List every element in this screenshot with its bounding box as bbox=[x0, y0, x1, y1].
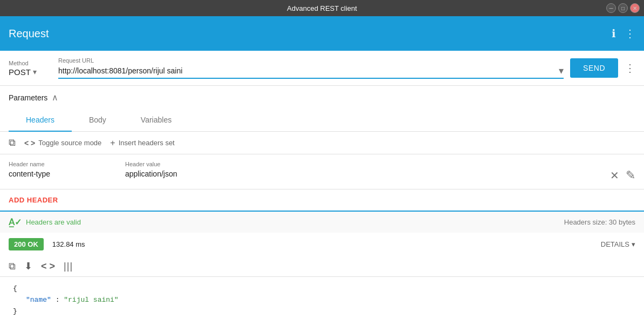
insert-headers-label: Insert headers set bbox=[119, 139, 175, 147]
info-icon[interactable]: ℹ bbox=[612, 27, 616, 40]
tabs: Headers Body Variables bbox=[0, 109, 644, 132]
response-copy-icon[interactable]: ⧉ bbox=[9, 261, 16, 272]
plus-icon: + bbox=[110, 138, 115, 148]
close-button[interactable]: ✕ bbox=[630, 3, 640, 13]
copy-icon[interactable]: ⧉ bbox=[9, 137, 16, 148]
url-bar: Method POST ▾ Request URL ▾ SEND ⋮ bbox=[0, 51, 644, 86]
url-input[interactable] bbox=[58, 66, 559, 75]
minimize-button[interactable]: ─ bbox=[606, 3, 616, 13]
toggle-source-label: Toggle source mode bbox=[38, 139, 101, 147]
insert-headers-button[interactable]: + Insert headers set bbox=[110, 138, 174, 148]
json-line-3: } bbox=[13, 306, 631, 317]
header-value-label: Header value bbox=[125, 161, 601, 167]
parameters-label: Parameters bbox=[9, 93, 47, 102]
headers-toolbar: ⧉ < > Toggle source mode + Insert header… bbox=[0, 132, 644, 154]
method-chevron-icon: ▾ bbox=[33, 67, 37, 76]
response-toolbar: ⧉ ⬇ < > ||| bbox=[0, 256, 644, 277]
method-label: Method bbox=[9, 60, 52, 66]
tab-body[interactable]: Body bbox=[72, 109, 124, 132]
method-group: Method POST ▾ bbox=[9, 60, 52, 77]
json-output: { "name" : "rijul saini" } bbox=[0, 277, 644, 323]
url-dropdown-icon[interactable]: ▾ bbox=[559, 65, 564, 77]
send-button[interactable]: SEND bbox=[570, 58, 618, 78]
json-line-1: { bbox=[13, 283, 631, 295]
app-header: Request ℹ ⋮ bbox=[0, 16, 644, 51]
details-link[interactable]: DETAILS ▾ bbox=[601, 240, 635, 248]
response-download-icon[interactable]: ⬇ bbox=[24, 260, 32, 272]
header-value-col: Header value application/json bbox=[125, 161, 601, 178]
more-options-icon[interactable]: ⋮ bbox=[625, 27, 635, 40]
method-select[interactable]: POST ▾ bbox=[9, 67, 52, 77]
tab-headers[interactable]: Headers bbox=[9, 109, 72, 132]
json-line-2: "name" : "rijul saini" bbox=[13, 295, 631, 306]
header-row: Header name content-type Header value ap… bbox=[0, 154, 644, 189]
url-more-icon[interactable]: ⋮ bbox=[625, 62, 635, 74]
url-group: Request URL ▾ bbox=[58, 57, 564, 79]
response-bar: 200 OK 132.84 ms DETAILS ▾ bbox=[0, 233, 644, 256]
main-content: Method POST ▾ Request URL ▾ SEND ⋮ Param… bbox=[0, 51, 644, 332]
restore-button[interactable]: □ bbox=[618, 3, 628, 13]
add-header-button[interactable]: ADD HEADER bbox=[0, 189, 644, 212]
status-badge: 200 OK bbox=[9, 238, 44, 250]
header-value-value: application/json bbox=[125, 170, 601, 178]
status-code: 200 bbox=[14, 240, 26, 248]
parameters-bar[interactable]: Parameters ∧ bbox=[0, 86, 644, 109]
window-controls[interactable]: ─ □ ✕ bbox=[606, 3, 640, 13]
delete-header-icon[interactable]: ✕ bbox=[610, 169, 619, 182]
valid-text: Headers are valid bbox=[26, 218, 81, 226]
header-name-label: Header name bbox=[9, 161, 117, 167]
header-actions: ✕ ✎ bbox=[610, 168, 635, 182]
details-label: DETAILS bbox=[601, 240, 629, 248]
url-label: Request URL bbox=[58, 57, 564, 64]
toggle-source-button[interactable]: < > Toggle source mode bbox=[24, 139, 101, 147]
parameters-chevron-icon: ∧ bbox=[52, 92, 58, 103]
valid-icon: A̲✓ bbox=[9, 217, 22, 227]
title-bar: Advanced REST client ─ □ ✕ bbox=[0, 0, 644, 16]
response-time: 132.84 ms bbox=[52, 240, 85, 248]
edit-header-icon[interactable]: ✎ bbox=[626, 168, 635, 182]
url-input-row: ▾ bbox=[58, 65, 564, 79]
valid-indicator: A̲✓ Headers are valid bbox=[9, 217, 81, 227]
headers-size: Headers size: 30 bytes bbox=[564, 218, 635, 226]
status-text: OK bbox=[28, 240, 38, 248]
app-title: Advanced REST client bbox=[287, 4, 357, 12]
response-chart-icon[interactable]: ||| bbox=[64, 261, 73, 272]
header-icons: ℹ ⋮ bbox=[612, 27, 635, 40]
header-name-value: content-type bbox=[9, 170, 117, 178]
details-chevron-icon: ▾ bbox=[632, 240, 635, 248]
source-brackets-icon: < > bbox=[24, 139, 35, 147]
response-source-icon[interactable]: < > bbox=[41, 261, 55, 272]
page-title: Request bbox=[9, 28, 49, 40]
header-name-col: Header name content-type bbox=[9, 161, 117, 178]
method-value: POST bbox=[9, 67, 31, 77]
validation-bar: A̲✓ Headers are valid Headers size: 30 b… bbox=[0, 212, 644, 233]
tab-variables[interactable]: Variables bbox=[124, 109, 189, 132]
